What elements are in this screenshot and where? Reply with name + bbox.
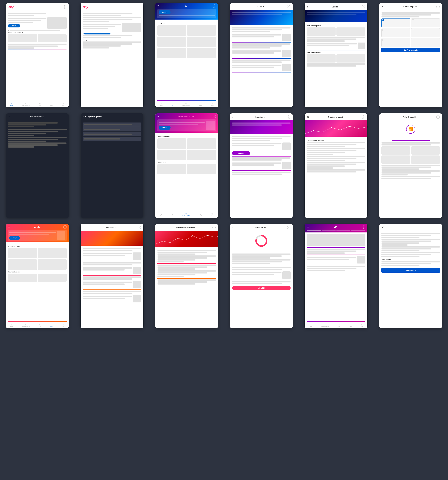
- help-option1[interactable]: [83, 122, 141, 127]
- pick-up-label2: Pick up...: [83, 39, 141, 41]
- nav-mobile[interactable]: □ Mobile: [50, 102, 53, 106]
- nav-mobile-tv[interactable]: □Mobile: [199, 102, 202, 106]
- bt-menu-btn[interactable]: ☰: [157, 115, 159, 118]
- help-option3[interactable]: [83, 132, 141, 136]
- home-icon: ⌂: [11, 323, 12, 325]
- nav-mobile-bt[interactable]: □Mobile: [199, 213, 202, 216]
- card1: [8, 34, 37, 42]
- help-option4[interactable]: [83, 137, 141, 141]
- sports-back[interactable]: ‹: [307, 5, 308, 8]
- nav-more[interactable]: ☆ More: [62, 102, 64, 106]
- phone-broadbandtalk-wrapper: ☰ Broadband & Talk i Manage Your data pl…: [149, 110, 224, 221]
- line: [232, 157, 291, 159]
- mplan3: [8, 259, 37, 270]
- broadband-talk-header-area: ☰ Broadband & Talk i Manage: [155, 113, 218, 133]
- nav-more-tv[interactable]: ☆More: [211, 102, 214, 106]
- nav-more-m[interactable]: ☆More: [62, 323, 64, 327]
- nav-label: Home: [160, 215, 163, 216]
- mobile-menu-btn[interactable]: ☰: [8, 226, 10, 228]
- nav-tv-bt[interactable]: □TV: [172, 213, 173, 216]
- sports-info[interactable]: i: [362, 5, 365, 8]
- tv-watch-btn[interactable]: Watch: [159, 10, 171, 14]
- upgrade-confirm-btn[interactable]: Confirm upgrade: [381, 48, 440, 52]
- nav-help[interactable]: ☺ Help: [39, 102, 41, 106]
- home-icon: ⌂: [160, 213, 162, 215]
- mobile-info-icon[interactable]: i: [63, 225, 67, 229]
- nav-tv[interactable]: □TV: [172, 102, 173, 106]
- nav-bb-vip[interactable]: □Broadband & Talk: [321, 323, 329, 327]
- nav-mobile-vip[interactable]: □Mobile: [349, 323, 352, 327]
- line: [232, 29, 282, 30]
- line: [232, 36, 274, 37]
- philiphone-back[interactable]: ‹: [382, 116, 383, 119]
- karenssim-viewbill-btn[interactable]: View bill: [232, 286, 291, 290]
- phone-yourreward: ✕ Your reward: [379, 224, 442, 328]
- tvbill-back[interactable]: ‹: [232, 5, 233, 8]
- checkbox-checked1[interactable]: [381, 18, 410, 27]
- nav-home-vip[interactable]: ⌂Home: [309, 323, 312, 327]
- bbspeed-info[interactable]: i: [362, 115, 365, 119]
- broadband-info[interactable]: i: [287, 115, 290, 119]
- bt-info-icon[interactable]: i: [213, 115, 216, 118]
- checkbox5[interactable]: [411, 38, 440, 47]
- line: [307, 148, 365, 149]
- yourreward-close[interactable]: ✕: [382, 226, 384, 229]
- vip-menu-btn[interactable]: ☰: [307, 226, 309, 228]
- watch-btn[interactable]: Watch: [8, 24, 20, 28]
- mobilebill-info[interactable]: i: [138, 226, 141, 229]
- broadband-back[interactable]: ‹: [232, 116, 233, 119]
- bt-cta-btn[interactable]: Manage: [159, 126, 171, 130]
- nav-home-tv[interactable]: ⌂Home: [160, 102, 163, 106]
- sports-grid1: [307, 28, 365, 36]
- sportsupgrade-close[interactable]: ✕: [382, 5, 384, 8]
- line: [381, 172, 431, 174]
- help-option2[interactable]: [83, 127, 141, 131]
- nav-broadband-tv[interactable]: ☺Broadband & Talk: [182, 102, 190, 106]
- line: [83, 276, 141, 278]
- claim-reward-btn[interactable]: Claim reward: [381, 268, 440, 273]
- nav-label: Mobile: [349, 326, 352, 327]
- phone-home2: sky: [81, 3, 143, 107]
- nav-help-m[interactable]: ☺Help: [39, 323, 41, 327]
- line: [157, 254, 195, 255]
- vip-info-icon[interactable]: i: [362, 225, 365, 229]
- tv-menu-btn[interactable]: ☰: [157, 5, 159, 8]
- nav-label: Broadband & Talk: [22, 326, 30, 327]
- badpicture-back[interactable]: ‹: [83, 115, 84, 118]
- more-icon: ☆: [62, 323, 64, 325]
- mobile-cta-btn[interactable]: Manage: [9, 236, 20, 240]
- help-close[interactable]: ✕: [8, 115, 10, 118]
- karenssim-back[interactable]: ‹: [232, 226, 233, 229]
- philiphone-info[interactable]: i: [436, 115, 440, 119]
- line: [83, 45, 121, 47]
- nav-label: Mobile: [199, 105, 202, 106]
- checkbox4[interactable]: [381, 38, 410, 47]
- broadband-manage-btn[interactable]: Manage: [232, 151, 250, 155]
- home2-content: Pick up...: [81, 10, 143, 107]
- tv-info-icon[interactable]: i: [213, 5, 216, 8]
- checkbox3[interactable]: [411, 28, 440, 37]
- nav-home-m[interactable]: ⌂Home: [10, 323, 13, 327]
- nav-bb-m[interactable]: □Broadband & Talk: [22, 323, 30, 327]
- sportsupgrade-info[interactable]: i: [436, 5, 440, 8]
- tvbill-info[interactable]: i: [287, 5, 290, 8]
- mbillbreakdown-info[interactable]: i: [212, 226, 216, 229]
- bbspeed-close[interactable]: ✕: [307, 116, 309, 119]
- nav-broadband[interactable]: □ Broadband & Talk: [22, 102, 30, 106]
- mbillbreakdown-back[interactable]: ‹: [158, 226, 159, 229]
- nav-more-bt[interactable]: ☆More: [211, 213, 214, 216]
- nav-help-vip[interactable]: ☺Help: [338, 323, 340, 327]
- mobilebill-close[interactable]: ✕: [83, 226, 85, 229]
- nav-home[interactable]: ⌂ Home: [10, 102, 13, 106]
- nav-more-vip[interactable]: ☆More: [361, 323, 363, 327]
- karenssim-info[interactable]: i: [287, 226, 290, 229]
- checkbox1[interactable]: [411, 18, 440, 27]
- line: [83, 21, 109, 22]
- bb-img1: [282, 142, 291, 150]
- checkbox2[interactable]: [381, 28, 410, 37]
- device-name-line: [392, 140, 430, 141]
- nav-bb-bt[interactable]: ☺Broadband & Talk: [182, 213, 190, 216]
- nav-mobile-m[interactable]: □Mobile: [50, 323, 53, 327]
- home-info-icon[interactable]: i: [63, 5, 66, 9]
- nav-home-bt[interactable]: ⌂Home: [160, 213, 163, 216]
